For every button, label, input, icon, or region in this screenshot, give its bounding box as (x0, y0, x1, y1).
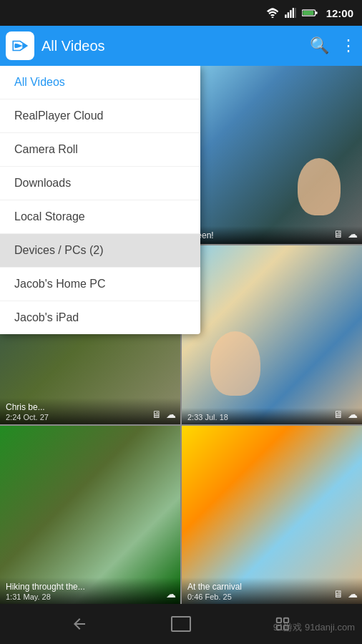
app-bar-title: All Videos (41, 38, 303, 54)
menu-item-camera-roll[interactable]: Camera Roll (0, 133, 200, 167)
video-thumb-6[interactable]: At the carnival 0:46 Feb. 25 🖥 ☁ (182, 426, 362, 604)
more-options-icon[interactable]: ⋮ (341, 36, 356, 55)
svg-rect-5 (295, 8, 296, 18)
screen-icon-6: 🖥 (333, 588, 343, 600)
svg-rect-1 (285, 14, 286, 18)
svg-point-0 (271, 16, 273, 18)
video-actions-5: ☁ (166, 588, 176, 600)
watermark: 91游戏 91danji.com (273, 621, 355, 634)
video-actions-3: 🖥 ☁ (152, 409, 176, 420)
menu-item-local-storage[interactable]: Local Storage (0, 200, 200, 234)
video-thumb-5[interactable]: Hiking throught the... 1:31 May. 28 ☁ (0, 426, 180, 604)
video-thumb-2[interactable]: queen! 🖥 ☁ (182, 66, 362, 244)
svg-rect-3 (290, 10, 291, 18)
video-title-3: Chris be... (6, 402, 175, 412)
wifi-icon (266, 8, 279, 18)
video-meta-6: 0:46 Feb. 25 (187, 592, 356, 601)
video-actions-4: 🖥 ☁ (333, 409, 358, 420)
search-icon[interactable]: 🔍 (310, 36, 329, 55)
video-thumb-4[interactable]: 2:33 Jul. 18 🖥 ☁ (182, 245, 362, 424)
app-logo[interactable] (6, 31, 34, 60)
dropdown-menu: All Videos RealPlayer Cloud Camera Roll … (0, 66, 200, 334)
screen-icon-3: 🖥 (152, 409, 162, 420)
status-bar: 12:00 (0, 0, 362, 26)
video-overlay-5: Hiking throught the... 1:31 May. 28 (0, 577, 180, 604)
cloud-icon-6: ☁ (348, 588, 358, 600)
app-bar-actions: 🔍 ⋮ (310, 36, 356, 55)
menu-item-jacobs-home-pc[interactable]: Jacob's Home PC (0, 268, 200, 301)
cloud-icon-3: ☁ (166, 409, 176, 420)
battery-icon (302, 9, 318, 17)
svg-rect-2 (287, 12, 288, 18)
video-meta-3: 2:24 Oct. 27 (6, 413, 175, 421)
svg-rect-7 (315, 11, 318, 14)
svg-rect-8 (303, 11, 313, 15)
app-bar: All Videos 🔍 ⋮ (0, 26, 362, 66)
video-meta-4: 2:33 Jul. 18 (187, 413, 356, 421)
video-meta-5: 1:31 May. 28 (6, 592, 175, 601)
signal-icon (285, 8, 296, 18)
main-content: Road tri... 1:09 Jul. 🖥 ☁ queen! 🖥 ☁ (0, 66, 362, 604)
nav-bar: 91游戏 91danji.com (0, 604, 362, 644)
menu-item-devices-pcs[interactable]: Devices / PCs (2) (0, 234, 200, 268)
video-actions-2: 🖥 ☁ (333, 228, 358, 240)
back-button[interactable] (62, 610, 97, 638)
video-title-5: Hiking throught the... (6, 582, 175, 592)
svg-rect-4 (292, 8, 293, 18)
menu-item-realplayer-cloud[interactable]: RealPlayer Cloud (0, 99, 200, 133)
video-title-6: At the carnival (187, 582, 356, 592)
menu-item-downloads[interactable]: Downloads (0, 167, 200, 200)
screen-icon-4: 🖥 (333, 409, 343, 420)
home-button[interactable] (163, 610, 199, 638)
status-time: 12:00 (326, 7, 353, 19)
cloud-icon-2: ☁ (348, 228, 358, 240)
video-actions-6: 🖥 ☁ (333, 588, 358, 600)
screen-icon-2: 🖥 (333, 228, 343, 240)
cloud-icon-4: ☁ (348, 409, 358, 420)
video-title-2: queen! (187, 230, 356, 240)
menu-item-jacobs-ipad[interactable]: Jacob's iPad (0, 301, 200, 334)
menu-item-all-videos[interactable]: All Videos (0, 66, 200, 99)
cloud-icon-5: ☁ (166, 588, 176, 600)
